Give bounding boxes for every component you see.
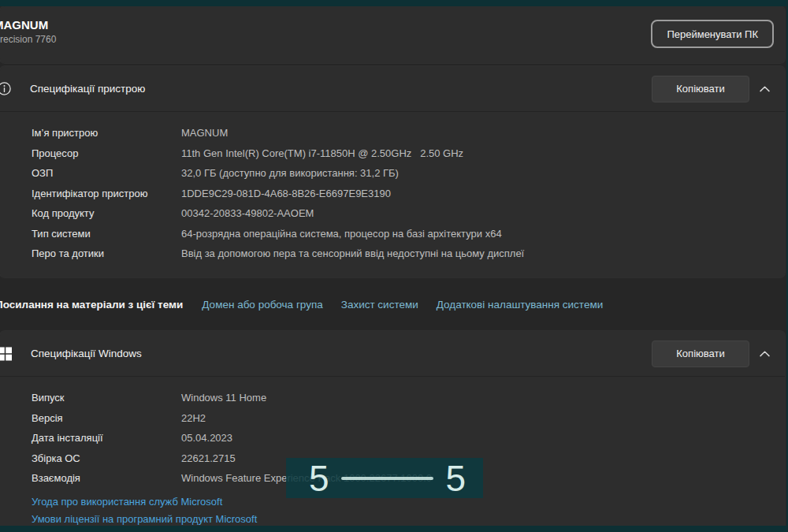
spec-row: Тип системи 64-розрядна операційна систе…: [32, 224, 785, 244]
chevron-up-icon: [760, 351, 770, 357]
spec-value: MAGNUM: [181, 123, 228, 143]
spec-label: ОЗП: [32, 163, 181, 184]
overlay-rule-line: [341, 477, 434, 480]
spec-value: 64-розрядна операційна система, процесор…: [181, 224, 502, 244]
spec-label: Ідентифікатор пристрою: [32, 184, 181, 204]
windows-specs-header[interactable]: Специфікації Windows Копіювати: [0, 331, 785, 376]
device-identity: MAGNUM Precision 7760: [0, 17, 56, 46]
spec-label: Процесор: [32, 143, 181, 164]
spec-value: 22H2: [181, 408, 206, 429]
spec-value: 11th Gen Intel(R) Core(TM) i7-11850H @ 2…: [181, 143, 463, 164]
spec-row: Процесор 11th Gen Intel(R) Core(TM) i7-1…: [32, 143, 785, 164]
spec-label: Тип системи: [32, 224, 181, 244]
spec-row: Перо та дотики Ввід за допомогою пера та…: [32, 244, 785, 264]
windows-logo-icon: [0, 346, 12, 362]
copy-device-specs-button[interactable]: Копіювати: [652, 76, 749, 102]
chevron-up-icon: [760, 86, 770, 92]
device-specs-title: Специфікації пристрою: [30, 83, 145, 95]
device-specs-card: Специфікації пристрою Копіювати Ім’я при…: [0, 66, 785, 277]
spec-row: Ідентифікатор пристрою 1DDE9C29-081D-4A6…: [32, 184, 785, 204]
related-links-band: Посилання на матеріали з цієї теми Домен…: [0, 277, 785, 331]
spec-row: Ім’я пристрою MAGNUM: [32, 123, 785, 143]
spec-label: Версія: [32, 408, 181, 429]
spec-value: 00342-20833-49802-AAOEM: [181, 203, 314, 224]
spec-row: ОЗП 32,0 ГБ (доступно для використання: …: [32, 163, 785, 184]
link-advanced-system-settings[interactable]: Додаткові налаштування системи: [437, 299, 603, 311]
device-model: Precision 7760: [0, 33, 56, 46]
spec-value: Windows 11 Home: [181, 388, 266, 408]
spec-value: 32,0 ГБ (доступно для використання: 31,2…: [181, 163, 399, 184]
teal-edge-bottom: [0, 526, 788, 532]
device-specs-rows: Ім’я пристрою MAGNUM Процесор 11th Gen I…: [0, 112, 785, 273]
spec-value: 22621.2715: [181, 448, 236, 469]
device-specs-header[interactable]: Специфікації пристрою Копіювати: [0, 66, 785, 111]
spec-label: Збірка ОС: [32, 448, 181, 469]
windows-specs-title: Специфікації Windows: [31, 348, 142, 359]
related-links-label: Посилання на матеріали з цієї теми: [0, 299, 183, 311]
spec-row: Версія 22H2: [32, 408, 785, 429]
link-domain-or-workgroup[interactable]: Домен або робоча група: [202, 299, 322, 311]
collapse-device-specs-button[interactable]: [754, 79, 775, 99]
spec-row: Код продукту 00342-20833-49802-AAOEM: [32, 203, 785, 224]
device-hero-card: MAGNUM Precision 7760 Перейменувати ПК: [0, 6, 785, 63]
overlay-left-number: 5: [309, 459, 329, 497]
rename-pc-button[interactable]: Перейменувати ПК: [651, 20, 774, 48]
spec-label: Дата інсталяції: [32, 428, 181, 448]
spec-row: Випуск Windows 11 Home: [32, 388, 785, 408]
spec-value: 05.04.2023: [181, 428, 232, 448]
teal-edge-top: [0, 0, 788, 6]
spec-label: Ім’я пристрою: [32, 123, 181, 143]
spec-value: Ввід за допомогою пера та сенсорний ввід…: [181, 244, 524, 264]
copy-windows-specs-button[interactable]: Копіювати: [652, 340, 749, 367]
overlay-right-number: 5: [445, 459, 466, 497]
info-icon: [0, 81, 11, 97]
device-name: MAGNUM: [0, 17, 56, 32]
spec-label: Випуск: [32, 388, 181, 408]
spec-value: 1DDE9C29-081D-4A68-8B26-E6697E9E3190: [181, 184, 391, 204]
link-system-protection[interactable]: Захист системи: [341, 299, 418, 311]
counter-overlay: 5 5: [286, 458, 483, 498]
collapse-windows-specs-button[interactable]: [754, 344, 775, 364]
spec-label: Взаємодія: [32, 468, 181, 489]
spec-label: Код продукту: [32, 203, 181, 224]
windows-specs-card: Специфікації Windows Копіювати Випуск Wi…: [0, 331, 785, 532]
spec-row: Дата інсталяції 05.04.2023: [32, 428, 785, 448]
spec-label: Перо та дотики: [32, 244, 181, 264]
